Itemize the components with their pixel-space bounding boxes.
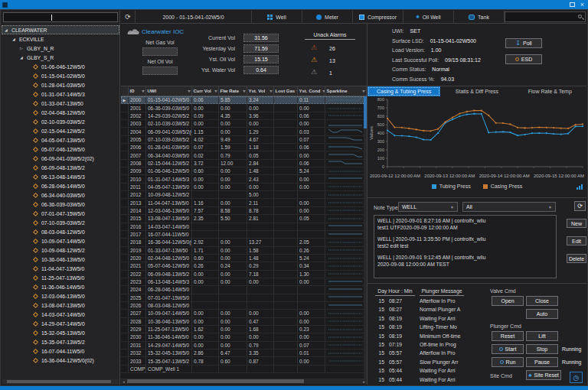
tree-item-12-03-046-13w5-0[interactable]: 12-03-046-13W5/0 [2, 291, 119, 301]
tree-item-01-06-046-12w5-0[interactable]: 01-06-046-12W5/0 [2, 62, 119, 71]
sidebar-horizontal-scrollbar[interactable] [2, 379, 119, 384]
filter-icon[interactable] [188, 90, 191, 93]
grid-row-comp-[interactable]: COMP_#COMP_Well 1 [121, 366, 367, 373]
tree-item-06-34-040-03w5-0[interactable]: 06-34-040-03W5/0 [2, 190, 119, 200]
tree-item-10-09-047-14w5-0[interactable]: 10-09-047-14W5/0 [2, 236, 119, 245]
tree-item-11-04-047-13w5-0[interactable]: 11-04-047-13W5/0 [2, 264, 119, 273]
scroll-left-arrow[interactable]: ◂ [121, 379, 126, 384]
grid-vertical-scrollbar[interactable] [364, 96, 367, 379]
tree-item-06-36-039-03w5-0[interactable]: 06-36-039-03W5/0 [2, 200, 119, 209]
site-reset-button[interactable]: ♠Site Reset [526, 370, 561, 380]
grid-row-2006[interactable]: 200601-28-041-03W5/00.071.591.180.06 [121, 144, 367, 151]
tree-item-05-07-046-12w5-0[interactable]: 05-07-046-12W5/0 [2, 145, 119, 154]
grid-row-2003[interactable]: 200302-10-039-03W5/20.000.000.000.00 [121, 120, 367, 128]
close-window-button[interactable]: × [580, 2, 584, 8]
tree-item-02-15-044-12w5-2[interactable]: 02-15-044-12W5/2 [2, 126, 119, 135]
tree-item-07-10-039-03w5-2[interactable]: 07-10-039-03W5/2 [2, 218, 119, 227]
tree-item-06-09-041-03w5-2-02-[interactable]: 06-09-041-03W5/2(02) [2, 154, 119, 163]
notes-list[interactable]: WELL | 2020-09-01 8:27:16 AM | controlfx… [374, 215, 557, 278]
grid-row-2027[interactable]: 202710-09-047-14W5/00.000.000.000.00 [121, 310, 367, 317]
grid-row-2024[interactable]: 202406-28-046-14W5/0 [121, 286, 367, 294]
grid-row-2030[interactable]: 203011-36-046-14W5/00.000.000.000.00 [121, 333, 367, 341]
grid-row-2028[interactable]: 202810-36-046-13W5/00.000.000.470.00 [121, 318, 367, 326]
tree-item-15-35-047-13w5-2[interactable]: 15-35-047-13W5/2 [2, 337, 119, 346]
chart-options-icon[interactable] [577, 184, 583, 190]
column-header-lost-gas[interactable]: Lost Gas [274, 86, 298, 96]
tree-item-13-08-047-13w5-0[interactable]: 13-08-047-13W5/0 [2, 301, 119, 310]
column-header-yst-vol[interactable]: Yst. Vol [247, 86, 274, 96]
valve-open-button[interactable]: Open [492, 296, 524, 306]
restore-window-button[interactable] [570, 2, 575, 7]
scroll-right-arrow[interactable]: ▸ [361, 379, 367, 384]
grid-row-2023[interactable]: 202306-13-048-14W5/30.000.000.000.00 [121, 278, 367, 286]
grid-row-2026[interactable]: 202608-03-048-12W5/0 [121, 302, 367, 310]
grid-row-2014[interactable]: 201412-03-046-13W5/07.578.588.780.00 [121, 207, 367, 215]
tree-item-14-29-047-14w5-0[interactable]: 14-29-047-14W5/0 [2, 319, 119, 328]
valve-close-button[interactable]: Close [526, 296, 558, 306]
tree-item-clearwater[interactable]: ◢CLEARWATER [2, 25, 119, 34]
plunger-pause-button[interactable]: Pause [526, 357, 558, 367]
filter-icon[interactable] [322, 90, 325, 93]
expander-expanded-icon[interactable]: ◢ [12, 37, 19, 41]
grid-row-2031[interactable]: 203114-29-047-14W5/00.000.000.790.07 [121, 342, 367, 349]
tree-item-08-03-048-12w5-0[interactable]: 08-03-048-12W5/0 [2, 227, 119, 236]
refresh-button[interactable]: ⟳ [121, 11, 136, 23]
grid-row-2012[interactable]: 201210-09-048-12W5/25.00 [121, 191, 367, 199]
note-edit-button[interactable]: Edit [567, 236, 586, 245]
tree-item-04-05-047-13w5-0[interactable]: 04-05-047-13W5/0 [2, 135, 119, 145]
grid-row-2007[interactable]: 200706-34-040-03W5/00.020.790.050.00 [121, 151, 367, 159]
gauge-tool-button[interactable]: ◷ [570, 372, 583, 383]
tab-tank[interactable]: Tank [454, 11, 505, 23]
column-header-uwi[interactable]: UWI [146, 86, 192, 96]
filter-icon[interactable] [243, 90, 246, 93]
note-delete-button[interactable]: Delete [567, 254, 586, 263]
note-filter-select[interactable]: All▼ [462, 202, 556, 212]
tree-item-06-13-048-14w5-3[interactable]: 06-13-048-14W5/3 [2, 172, 119, 181]
note-item[interactable]: WELL | 2020-09-11 3:35:50 PM | controlfx… [377, 236, 553, 249]
expander-collapsed-icon[interactable]: ▷ [20, 46, 27, 50]
grid-row-2021[interactable]: 202105-07-046-12W5/00.260.240.290.34 [121, 262, 367, 270]
tree-item-glby-n-r[interactable]: ▷GLBY_N_R [2, 44, 119, 53]
grid-horizontal-scrollbar[interactable]: ◂▸ [121, 379, 367, 384]
toolbar-search-input[interactable] [505, 11, 586, 22]
tab-flow-rate-temp[interactable]: Flow Rate & Temp [514, 86, 586, 96]
tree-item-11-36-046-14w5-0[interactable]: 11-36-046-14W5/0 [2, 282, 119, 291]
note-new-button[interactable]: New [567, 219, 586, 228]
expander-expanded-icon[interactable]: ◢ [20, 55, 27, 60]
plunger-run-button[interactable]: Run [492, 357, 524, 367]
grid-row-2022[interactable]: 202206-09-048-13W5/20.000.007.181.30 [121, 271, 367, 278]
grid-row-2025[interactable]: 202507-01-047-15W5/0 [121, 294, 367, 302]
tree-item-14-03-047-14w5-0[interactable]: 14-03-047-14W5/0 [2, 310, 119, 319]
grid-row-2002[interactable]: 200214-29-039-02W5/20.094.353.960.06 [121, 112, 367, 120]
esd-button[interactable]: ESD [505, 54, 542, 64]
grid-row-2010[interactable]: 201001-31-047-14W5/30.000.002.430.00 [121, 175, 367, 183]
grid-row-2019[interactable]: 201901-33-047-13W501.710.001.580.26 [121, 247, 367, 255]
tab-oil-well[interactable]: ♠ Oil Well [403, 11, 454, 23]
plunger-reset-button[interactable]: Reset [492, 331, 524, 341]
grid-row-2008[interactable]: 200802-15-044-12W5/23.7212.002.840.06 [121, 160, 367, 167]
note-item[interactable]: WELL | 2020-09-01 8:27:16 AM | controlfx… [377, 218, 553, 231]
column-header-id[interactable]: ID [129, 86, 146, 96]
expander-expanded-icon[interactable]: ◢ [5, 28, 11, 32]
grid-row-2013[interactable]: 201311-04-047-13W5/01.160.002.110.00 [121, 199, 367, 206]
grid-row-2004[interactable]: 200406-09-041-03W5/2(02)1.150.001.290.03 [121, 128, 367, 135]
tree-item-10-36-046-13w5-0[interactable]: 10-36-046-13W5/0 [2, 255, 119, 264]
tree-item-01-15-041-02w5-0[interactable]: 01-15-041-02W5/0 [2, 71, 119, 80]
plunger-stop-button[interactable]: Stop [526, 344, 558, 354]
tree-item-06-28-046-14w5-0[interactable]: 06-28-046-14W5/0 [2, 181, 119, 190]
valve-auto-button[interactable]: Auto [526, 309, 558, 319]
sidebar-search-input[interactable] [3, 12, 118, 22]
grid-row-2000[interactable]: ▶200001-15-041-02W5/00.065.853.240.11 [121, 96, 367, 104]
plunger-lift-button[interactable]: Lift [526, 331, 558, 341]
grid-row-2016[interactable]: 201614-03-047-14W5/0 [121, 223, 367, 231]
filter-icon[interactable] [362, 90, 365, 93]
plunger-start-button[interactable]: Start [492, 344, 524, 354]
grid-row-2015[interactable]: 201513-08-047-13W5/02.355.502.810.05 [121, 215, 367, 223]
tree-item-01-28-041-03w5-0[interactable]: 01-28-041-03W5/0 [2, 80, 119, 89]
tree-item-10-09-048-12w5-2[interactable]: 10-09-048-12W5/2 [2, 245, 119, 255]
column-header-yst-cond[interactable]: Yst. Cond [298, 86, 325, 96]
grid-row-2020[interactable]: 202002-04-048-12W5/00.600.001.485.24 [121, 255, 367, 262]
filter-icon[interactable] [142, 90, 145, 93]
tree-item-15-32-045-13w5-0[interactable]: 15-32-045-13W5/0 [2, 328, 119, 337]
note-item[interactable]: WELL | 2020-09-01 9:12:45 AM | controlfx… [377, 255, 553, 268]
